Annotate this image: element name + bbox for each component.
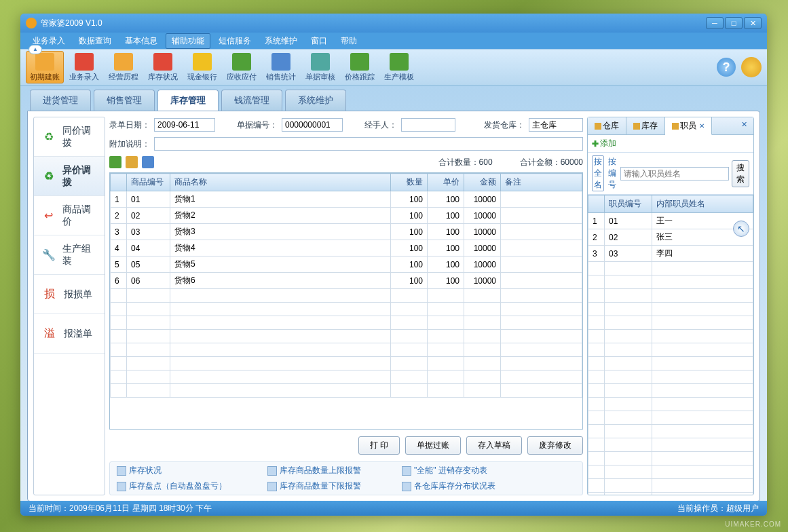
menu-item-6[interactable]: 窗口 [305,34,333,48]
table-row[interactable] [588,466,753,479]
table-row[interactable] [111,289,582,303]
action-btn-2[interactable]: 存入草稿 [466,436,522,455]
table-row[interactable] [588,398,753,411]
nav-item-4[interactable]: 损报损单 [34,275,105,314]
grid-header[interactable]: 数量 [391,174,428,191]
employee-grid[interactable]: 职员编号内部职员姓名101王一202张三303李四 ↖ [588,195,753,495]
table-row[interactable]: 606货物610010010000 [111,273,582,289]
action-btn-3[interactable]: 废弃修改 [527,436,583,455]
nav-item-2[interactable]: ↩商品调价 [34,196,105,235]
table-row[interactable] [588,357,753,370]
nav-item-0[interactable]: ♻同价调拨 [34,117,105,157]
table-row[interactable]: 202张三 [588,229,753,246]
person-icon[interactable] [142,156,154,168]
table-row[interactable] [111,330,582,343]
quick-link[interactable]: 库存盘点（自动盘盈盘亏） [117,480,227,492]
table-row[interactable] [588,438,753,452]
table-row[interactable]: 303李四 [588,246,753,262]
nav-item-3[interactable]: 🔧生产组装 [34,235,105,275]
date-input[interactable] [154,118,215,132]
table-row[interactable] [588,384,753,398]
grid-header[interactable]: 商品编号 [127,174,170,191]
note-input[interactable] [154,137,583,151]
tab-close-icon[interactable]: ✕ [699,122,705,130]
rp-grid-header[interactable]: 内部职员姓名 [652,195,753,213]
menu-item-3[interactable]: 辅助功能 [166,33,210,49]
add-button[interactable]: ✚添加 [592,138,616,149]
table-row[interactable] [111,357,582,370]
table-row[interactable] [588,303,753,316]
grid-icon-1[interactable] [109,156,121,168]
table-row[interactable] [588,316,753,330]
close-button[interactable]: ✕ [744,17,762,29]
search-by-no-link[interactable]: 按编号 [607,156,618,191]
maximize-button[interactable]: □ [725,17,743,29]
minimize-button[interactable]: ─ [706,17,724,29]
table-row[interactable]: 101货物110010010000 [111,191,582,208]
main-tab-0[interactable]: 进货管理 [30,90,91,111]
help-icon[interactable]: ? [717,58,736,77]
grid-header[interactable] [111,174,127,191]
side-tab-2[interactable]: 职员✕ [665,117,712,135]
docno-input[interactable] [282,118,343,132]
scroll-up-icon[interactable]: ↖ [733,221,749,237]
main-tab-2[interactable]: 库存管理 [157,90,219,111]
table-row[interactable] [588,343,753,357]
menu-item-4[interactable]: 短信服务 [213,34,257,48]
table-row[interactable]: 404货物410010010000 [111,240,582,256]
quick-link[interactable]: "全能" 进销存变动表 [402,465,495,476]
side-tab-0[interactable]: 仓库 [588,117,626,134]
quick-link[interactable]: 库存商品数量下限报警 [267,480,361,492]
table-row[interactable] [588,479,753,493]
rp-grid-header[interactable]: 职员编号 [605,195,652,213]
toolbar-btn-7[interactable]: 单据审核 [301,51,339,83]
menu-item-7[interactable]: 帮助 [335,34,362,48]
menu-item-2[interactable]: 基本信息 [119,34,163,48]
main-grid[interactable]: 商品编号商品名称数量单价金额备注101货物110010010000202货物21… [109,172,583,430]
grid-icon-2[interactable] [126,156,138,168]
table-row[interactable] [111,384,582,398]
table-row[interactable] [111,343,582,357]
side-tab-1[interactable]: 库存 [626,117,665,134]
grid-header[interactable]: 金额 [464,174,501,191]
toolbar-btn-0[interactable]: 初期建账 [26,51,64,83]
toolbar-btn-4[interactable]: 现金银行 [183,51,221,83]
table-row[interactable] [588,330,753,343]
search-by-name-link[interactable]: 按全名 [592,155,604,191]
table-row[interactable] [588,425,753,438]
menu-item-5[interactable]: 系统维护 [259,34,303,48]
quick-link[interactable]: 库存商品数量上限报警 [267,465,361,476]
quick-link[interactable]: 库存状况 [117,465,227,476]
toolbar-btn-1[interactable]: 业务录入 [65,51,103,83]
grid-header[interactable]: 商品名称 [170,174,391,191]
table-row[interactable] [111,370,582,384]
titlebar[interactable]: 管家婆2009 V1.0 ─ □ ✕ [20,14,767,33]
grid-header[interactable]: 备注 [501,174,582,191]
grid-header[interactable]: 单价 [428,174,464,191]
action-btn-0[interactable]: 打 印 [358,436,400,455]
table-row[interactable] [111,316,582,330]
action-btn-1[interactable]: 单据过账 [405,436,461,455]
toolbar-btn-9[interactable]: 生产模板 [380,51,418,83]
toolbar-btn-2[interactable]: 经营历程 [105,51,143,83]
table-row[interactable]: 303货物310010010000 [111,224,582,240]
warehouse-input[interactable] [529,118,583,132]
toolbar-btn-3[interactable]: 库存状况 [144,51,182,83]
toolbar-btn-8[interactable]: 价格跟踪 [341,51,379,83]
table-row[interactable] [588,370,753,384]
table-row[interactable] [111,303,582,316]
menu-item-1[interactable]: 数据查询 [73,34,117,48]
toolbar-btn-6[interactable]: 销售统计 [262,51,300,83]
table-row[interactable] [588,493,753,495]
table-row[interactable] [588,411,753,425]
table-row[interactable] [588,262,753,276]
main-tab-1[interactable]: 销售管理 [94,90,155,111]
table-row[interactable] [588,276,753,289]
handler-input[interactable] [401,118,455,132]
nav-item-1[interactable]: ♻异价调拨 [34,157,105,196]
side-panel-close-icon[interactable]: ✕ [741,120,751,130]
table-row[interactable]: 101王一 [588,213,753,229]
main-tab-4[interactable]: 系统维护 [285,90,346,111]
nav-item-5[interactable]: 溢报溢单 [34,314,105,354]
employee-search-input[interactable] [620,167,729,180]
